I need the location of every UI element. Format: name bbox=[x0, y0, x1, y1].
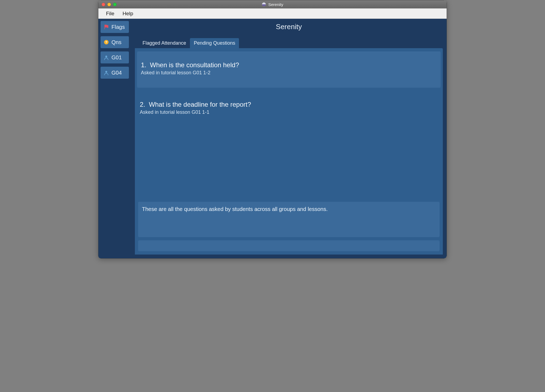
question-number: 1. bbox=[141, 61, 146, 69]
svg-text:?: ? bbox=[105, 40, 107, 44]
close-window-button[interactable] bbox=[102, 3, 105, 6]
sidebar-item-qns[interactable]: ? Qns bbox=[101, 36, 129, 48]
person-icon bbox=[103, 70, 109, 76]
question-list: 1. When is the consultation held? Asked … bbox=[138, 53, 440, 198]
question-card[interactable]: 2. What is the deadline for the report? … bbox=[138, 100, 440, 116]
question-card[interactable]: 1. When is the consultation held? Asked … bbox=[137, 51, 441, 88]
page-title: Serenity bbox=[135, 19, 443, 38]
sidebar-item-label: Flags bbox=[111, 24, 125, 30]
sidebar-item-flags[interactable]: Flags bbox=[101, 21, 129, 33]
command-input[interactable] bbox=[138, 240, 440, 251]
sidebar-item-label: Qns bbox=[111, 39, 122, 45]
flag-icon bbox=[103, 24, 109, 30]
question-icon: ? bbox=[103, 39, 109, 45]
question-title: 2. What is the deadline for the report? bbox=[140, 101, 438, 108]
svg-point-3 bbox=[105, 56, 107, 57]
minimize-window-button[interactable] bbox=[107, 3, 111, 6]
titlebar-title-group: Serenity bbox=[262, 2, 283, 7]
titlebar: Serenity bbox=[98, 0, 447, 8]
sidebar-item-label: G04 bbox=[111, 70, 122, 76]
question-subtext: Asked in tutorial lesson G01 1-1 bbox=[140, 109, 438, 115]
sidebar: Flags ? Qns G01 G04 bbox=[98, 19, 131, 258]
tab-pending-questions[interactable]: Pending Questions bbox=[190, 38, 239, 48]
menubar: File Help bbox=[98, 8, 447, 19]
question-subtext: Asked in tutorial lesson G01 1-2 bbox=[141, 70, 437, 76]
sidebar-item-label: G01 bbox=[111, 54, 122, 61]
sidebar-item-g01[interactable]: G01 bbox=[101, 51, 129, 63]
titlebar-title: Serenity bbox=[268, 2, 283, 7]
main-area: Serenity Flagged Attendance Pending Ques… bbox=[131, 19, 447, 258]
app-icon bbox=[262, 2, 266, 7]
tab-flagged-attendance[interactable]: Flagged Attendance bbox=[139, 38, 190, 48]
svg-point-4 bbox=[105, 71, 107, 73]
content-panel: 1. When is the consultation held? Asked … bbox=[135, 48, 443, 255]
person-icon bbox=[103, 54, 109, 60]
tab-row: Flagged Attendance Pending Questions bbox=[135, 38, 443, 48]
app-body: Flags ? Qns G01 G04 bbox=[98, 19, 447, 258]
sidebar-item-g04[interactable]: G04 bbox=[101, 67, 129, 79]
description-box: These are all the questions asked by stu… bbox=[138, 202, 440, 237]
app-window: Serenity File Help Flags ? Qns bbox=[98, 0, 447, 259]
maximize-window-button[interactable] bbox=[113, 3, 117, 6]
window-controls bbox=[102, 3, 117, 6]
question-text: When is the consultation held? bbox=[150, 61, 239, 69]
question-title: 1. When is the consultation held? bbox=[141, 61, 437, 69]
question-number: 2. bbox=[140, 101, 145, 108]
menu-help[interactable]: Help bbox=[123, 11, 133, 17]
menu-file[interactable]: File bbox=[106, 11, 114, 17]
question-text: What is the deadline for the report? bbox=[149, 101, 251, 108]
